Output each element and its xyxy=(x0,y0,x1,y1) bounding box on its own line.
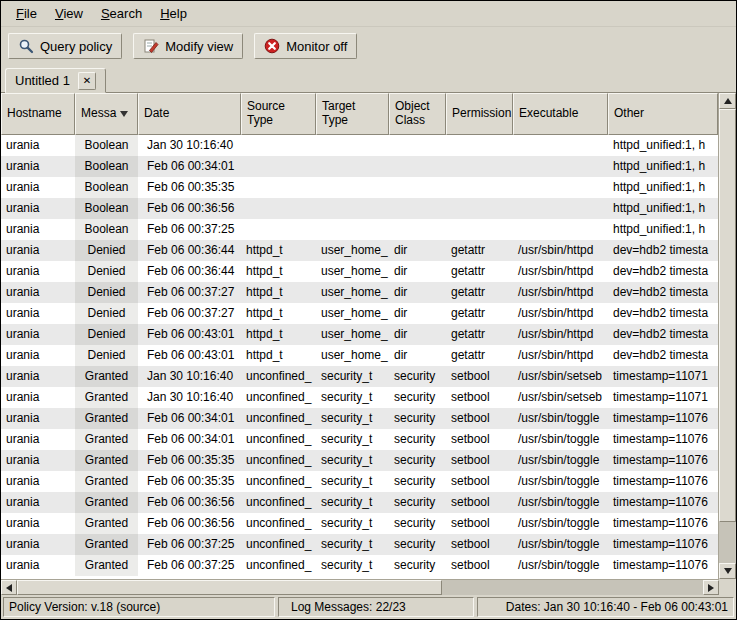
menu-view[interactable]: View xyxy=(46,2,92,25)
modify-view-button[interactable]: Modify view xyxy=(133,33,243,59)
column-header-permission[interactable]: Permission xyxy=(446,93,513,135)
cell-object-class: security xyxy=(389,492,446,513)
column-header-messa[interactable]: Messa xyxy=(75,93,138,135)
log-row[interactable]: uraniaGrantedFeb 06 00:34:01unconfined_s… xyxy=(1,429,718,450)
vertical-scroll-track[interactable] xyxy=(719,109,736,563)
cell-messa: Denied xyxy=(75,324,138,345)
cell-permission: getattr xyxy=(446,282,513,303)
log-table: HostnameMessaDateSource TypeTarget TypeO… xyxy=(1,93,736,579)
log-row[interactable]: uraniaGrantedJan 30 10:16:40unconfined_s… xyxy=(1,387,718,408)
cell-other: dev=hdb2 timesta xyxy=(608,324,718,345)
cell-other: dev=hdb2 timesta xyxy=(608,282,718,303)
cell-date: Feb 06 00:43:01 xyxy=(138,345,241,366)
column-header-label: Other xyxy=(614,107,644,121)
cell-other: timestamp=11071 xyxy=(608,366,718,387)
monitor-off-icon xyxy=(264,38,280,54)
log-row[interactable]: uraniaBooleanJan 30 10:16:40httpd_unifie… xyxy=(1,135,718,156)
cell-hostname: urania xyxy=(1,492,75,513)
cell-hostname: urania xyxy=(1,450,75,471)
cell-target-type xyxy=(316,135,389,156)
column-header-other[interactable]: Other xyxy=(608,93,718,135)
log-row[interactable]: uraniaDeniedFeb 06 00:37:27httpd_tuser_h… xyxy=(1,303,718,324)
tab-close-button[interactable]: ✕ xyxy=(78,72,96,90)
monitor-off-label: Monitor off xyxy=(286,39,347,54)
log-row[interactable]: uraniaGrantedFeb 06 00:36:56unconfined_s… xyxy=(1,513,718,534)
log-row[interactable]: uraniaGrantedFeb 06 00:37:25unconfined_s… xyxy=(1,534,718,555)
cell-messa: Granted xyxy=(75,387,138,408)
cell-hostname: urania xyxy=(1,534,75,555)
horizontal-scroll-thumb[interactable] xyxy=(17,580,442,595)
cell-date: Feb 06 00:35:35 xyxy=(138,450,241,471)
log-row[interactable]: uraniaGrantedFeb 06 00:35:35unconfined_s… xyxy=(1,450,718,471)
tab-label: Untitled 1 xyxy=(15,73,70,88)
log-row[interactable]: uraniaDeniedFeb 06 00:37:27httpd_tuser_h… xyxy=(1,282,718,303)
log-row[interactable]: uraniaBooleanFeb 06 00:37:25httpd_unifie… xyxy=(1,219,718,240)
table-header-row: HostnameMessaDateSource TypeTarget TypeO… xyxy=(1,93,718,135)
scroll-right-button[interactable] xyxy=(703,580,719,595)
close-icon: ✕ xyxy=(83,76,91,86)
cell-other: httpd_unified:1, h xyxy=(608,219,718,240)
scroll-left-button[interactable] xyxy=(1,580,17,595)
log-row[interactable]: uraniaDeniedFeb 06 00:43:01httpd_tuser_h… xyxy=(1,324,718,345)
cell-object-class xyxy=(389,135,446,156)
cell-messa: Denied xyxy=(75,303,138,324)
scrollbar-corner xyxy=(719,579,736,595)
menu-search[interactable]: Search xyxy=(92,2,151,25)
cell-hostname: urania xyxy=(1,408,75,429)
cell-other: timestamp=11076 xyxy=(608,555,718,576)
log-row[interactable]: uraniaDeniedFeb 06 00:36:44httpd_tuser_h… xyxy=(1,261,718,282)
cell-target-type xyxy=(316,177,389,198)
monitor-off-button[interactable]: Monitor off xyxy=(254,33,357,59)
cell-other: timestamp=11076 xyxy=(608,408,718,429)
column-header-label: Messa xyxy=(81,107,116,121)
cell-other: dev=hdb2 timesta xyxy=(608,303,718,324)
cell-hostname: urania xyxy=(1,240,75,261)
column-header-target-type[interactable]: Target Type xyxy=(316,93,389,135)
seaudit-window: File View Search Help Query policy Modif… xyxy=(0,0,737,620)
cell-executable: /usr/sbin/toggle xyxy=(513,492,608,513)
log-messages-text: Log Messages: 22/23 xyxy=(291,600,406,614)
cell-object-class: security xyxy=(389,555,446,576)
query-policy-button[interactable]: Query policy xyxy=(8,33,122,59)
cell-executable: /usr/sbin/setseb xyxy=(513,387,608,408)
cell-executable xyxy=(513,177,608,198)
log-row[interactable]: uraniaGrantedFeb 06 00:34:01unconfined_s… xyxy=(1,408,718,429)
tab-untitled-1[interactable]: Untitled 1 ✕ xyxy=(5,68,106,93)
column-header-hostname[interactable]: Hostname xyxy=(1,93,75,135)
log-row[interactable]: uraniaBooleanFeb 06 00:34:01httpd_unifie… xyxy=(1,156,718,177)
cell-executable xyxy=(513,198,608,219)
cell-source-type: httpd_t xyxy=(241,324,316,345)
vertical-scroll-thumb[interactable] xyxy=(719,109,736,522)
column-header-source-type[interactable]: Source Type xyxy=(241,93,316,135)
menu-file[interactable]: File xyxy=(7,2,46,25)
scroll-up-button[interactable] xyxy=(719,93,736,109)
cell-target-type xyxy=(316,198,389,219)
log-row[interactable]: uraniaGrantedFeb 06 00:36:56unconfined_s… xyxy=(1,492,718,513)
cell-date: Jan 30 10:16:40 xyxy=(138,135,241,156)
cell-target-type: security_t xyxy=(316,429,389,450)
log-row[interactable]: uraniaBooleanFeb 06 00:36:56httpd_unifie… xyxy=(1,198,718,219)
vertical-scrollbar[interactable] xyxy=(718,93,736,579)
cell-messa: Boolean xyxy=(75,219,138,240)
cell-source-type: unconfined_ xyxy=(241,366,316,387)
column-header-executable[interactable]: Executable xyxy=(513,93,608,135)
column-header-object-class[interactable]: Object Class xyxy=(389,93,446,135)
log-row[interactable]: uraniaDeniedFeb 06 00:36:44httpd_tuser_h… xyxy=(1,240,718,261)
arrow-up-icon xyxy=(724,98,732,104)
scroll-down-button[interactable] xyxy=(719,563,736,579)
log-row[interactable]: uraniaGrantedJan 30 10:16:40unconfined_s… xyxy=(1,366,718,387)
horizontal-scroll-track[interactable] xyxy=(17,580,703,595)
cell-executable: /usr/sbin/toggle xyxy=(513,513,608,534)
cell-hostname: urania xyxy=(1,156,75,177)
log-row[interactable]: uraniaGrantedFeb 06 00:35:35unconfined_s… xyxy=(1,471,718,492)
cell-date: Feb 06 00:36:56 xyxy=(138,198,241,219)
cell-date: Feb 06 00:37:25 xyxy=(138,534,241,555)
cell-date: Feb 06 00:37:27 xyxy=(138,303,241,324)
log-row[interactable]: uraniaBooleanFeb 06 00:35:35httpd_unifie… xyxy=(1,177,718,198)
column-header-date[interactable]: Date xyxy=(138,93,241,135)
menu-help[interactable]: Help xyxy=(151,2,196,25)
horizontal-scrollbar[interactable] xyxy=(1,579,719,595)
log-row[interactable]: uraniaDeniedFeb 06 00:43:01httpd_tuser_h… xyxy=(1,345,718,366)
log-row[interactable]: uraniaGrantedFeb 06 00:37:25unconfined_s… xyxy=(1,555,718,576)
cell-hostname: urania xyxy=(1,324,75,345)
